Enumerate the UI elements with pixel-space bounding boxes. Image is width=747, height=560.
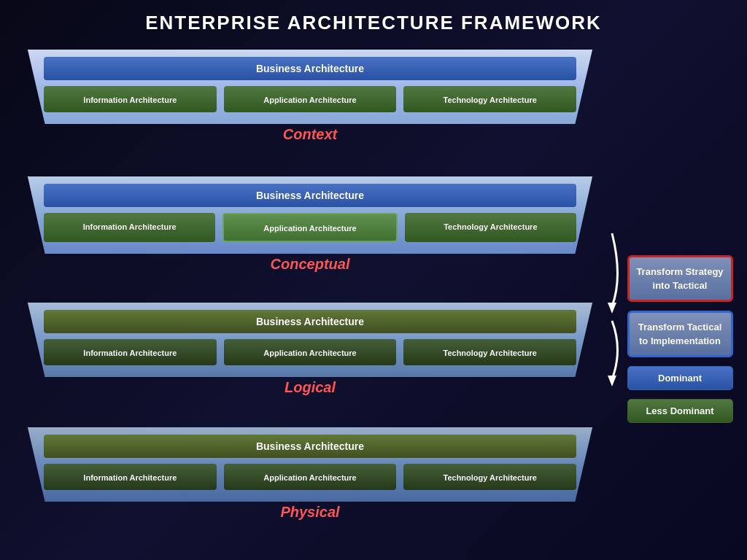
curved-arrows — [576, 226, 627, 386]
logical-app-arch: Application Architecture — [224, 339, 397, 365]
conceptual-tech-arch: Technology Architecture — [405, 213, 576, 242]
svg-marker-0 — [608, 303, 616, 314]
context-tech-arch: Technology Architecture — [403, 86, 576, 112]
physical-app-arch: Application Architecture — [224, 464, 397, 490]
context-app-arch: Application Architecture — [224, 86, 397, 112]
context-info-arch: Information Architecture — [44, 86, 217, 112]
right-panel: Transform Strategy into Tactical Transfo… — [626, 255, 734, 423]
main-title: ENTERPRISE ARCHITECTURE FRAMEWORK — [0, 0, 747, 40]
conceptual-business-label: Business Architecture — [256, 190, 364, 201]
physical-label: Physical — [22, 504, 598, 521]
physical-tech-arch: Technology Architecture — [403, 464, 576, 490]
transform-tactical-label: Transform Tactical to Implementation — [638, 322, 722, 346]
context-business-label: Business Architecture — [256, 63, 364, 74]
legend-less-dominant-label: Less Dominant — [634, 405, 727, 416]
transform-strategy-label: Transform Strategy into Tactical — [636, 266, 723, 291]
physical-business-bar: Business Architecture — [44, 435, 576, 458]
main-container: ENTERPRISE ARCHITECTURE FRAMEWORK Busine… — [0, 0, 747, 560]
legend-dominant-label: Dominant — [634, 373, 727, 384]
transform-tactical-box: Transform Tactical to Implementation — [627, 311, 733, 357]
conceptual-business-bar: Business Architecture — [44, 184, 576, 207]
layer-logical: Business Architecture Information Archit… — [22, 303, 598, 396]
context-business-bar: Business Architecture — [44, 57, 576, 80]
context-label: Context — [22, 126, 598, 143]
layer-conceptual: Business Architecture Information Archit… — [22, 176, 598, 273]
transform-strategy-box: Transform Strategy into Tactical — [627, 255, 733, 302]
logical-label: Logical — [22, 379, 598, 396]
logical-tech-arch: Technology Architecture — [403, 339, 576, 365]
layer-physical: Business Architecture Information Archit… — [22, 427, 598, 521]
conceptual-info-arch: Information Architecture — [44, 213, 215, 242]
logical-business-bar: Business Architecture — [44, 310, 576, 333]
logical-info-arch: Information Architecture — [44, 339, 217, 365]
legend-less-dominant-box: Less Dominant — [627, 399, 733, 423]
physical-business-label: Business Architecture — [256, 440, 364, 452]
conceptual-app-arch: Application Architecture — [222, 213, 397, 242]
layer-context: Business Architecture Information Archit… — [22, 50, 598, 143]
legend-dominant-box: Dominant — [627, 366, 733, 390]
physical-info-arch: Information Architecture — [44, 464, 217, 490]
logical-business-label: Business Architecture — [256, 316, 364, 327]
svg-marker-1 — [608, 376, 616, 386]
conceptual-label: Conceptual — [22, 256, 598, 273]
